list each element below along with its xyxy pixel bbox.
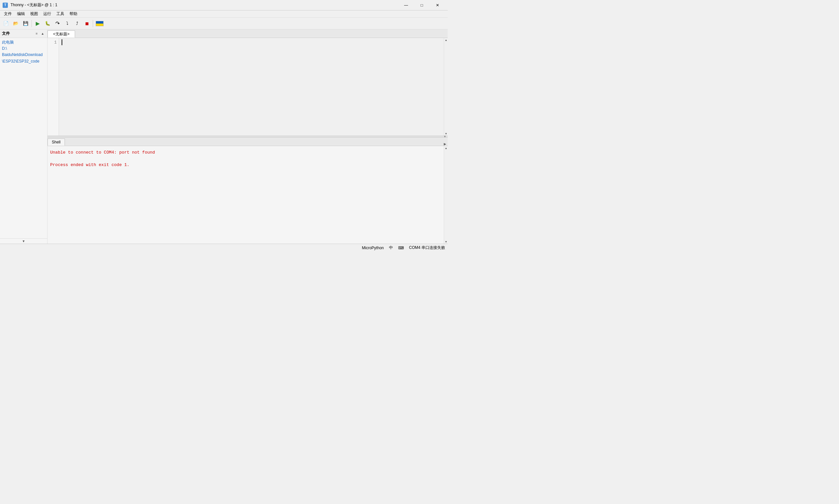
toolbar-sep-1 [32,20,32,27]
sidebar-path-baidu[interactable]: BaiduNetdiskDownload [2,52,45,58]
save-icon: 💾 [23,21,29,26]
editor-content: 1 ▲ ▼ [48,38,448,136]
extra-info-label: COM4 串口连接失败 [409,245,445,251]
maximize-button[interactable]: □ [414,0,429,11]
step-out-button[interactable]: ⤴ [72,19,82,28]
step-over-button[interactable]: ↷ [53,19,62,28]
sidebar-menu-icon[interactable]: ≡ [34,31,39,36]
menu-run[interactable]: 运行 [41,11,54,18]
shell-error-line-2: Process ended with exit code 1. [50,161,441,169]
micropython-label: MicroPython [362,246,384,250]
tab-shell[interactable]: Shell [48,139,65,146]
toolbar: 📄 📂 💾 ▶ 🐛 ↷ ⤵ ⤴ ⏹ [0,18,448,30]
main-content: 文件 ≡ ▲ 此电脑 D:\ BaiduNetdiskDownload \ESP… [0,30,448,244]
sidebar-path-drive[interactable]: D:\ [2,46,45,52]
menu-tools[interactable]: 工具 [54,11,67,18]
code-editor[interactable] [59,38,444,136]
debug-button[interactable]: 🐛 [43,19,52,28]
editor-scrollbar[interactable]: ▲ ▼ [444,38,448,136]
shell-scrollbar-track[interactable] [444,150,448,240]
window-title: Thonny - <无标题> @ 1 : 1 [11,2,57,8]
shell-area: Unable to connect to COM4: port not foun… [48,146,448,244]
close-button[interactable]: ✕ [430,0,445,11]
menu-file[interactable]: 文件 [1,11,14,18]
keyboard-status[interactable]: ⌨ [398,246,404,250]
sidebar-path-esp32[interactable]: \ESP32\ESP32_code [2,58,45,65]
sidebar-scroll-down-icon[interactable]: ▼ [0,239,47,244]
status-bar: MicroPython 中 ⌨ COM4 串口连接失败 [0,244,448,252]
new-button[interactable]: 📄 [1,19,11,28]
debug-icon: 🐛 [45,21,51,26]
sidebar-collapse-icon[interactable]: ▲ [40,31,45,36]
scrollbar-up-icon[interactable]: ▲ [444,38,448,42]
line-numbers: 1 [48,38,59,136]
sidebar: 文件 ≡ ▲ 此电脑 D:\ BaiduNetdiskDownload \ESP… [0,30,48,244]
shell-content[interactable]: Unable to connect to COM4: port not foun… [48,146,444,244]
sidebar-path-thispc[interactable]: 此电脑 [2,39,45,46]
shell-scrollbar-up-icon[interactable]: ▲ [444,146,448,150]
window-controls: — □ ✕ [399,0,445,11]
scrollbar-down-icon[interactable]: ▼ [444,132,448,136]
shell-error-line-1: Unable to connect to COM4: port not foun… [50,149,441,156]
stop-icon: ⏹ [85,21,89,26]
new-icon: 📄 [3,21,9,26]
stop-button[interactable]: ⏹ [82,19,91,28]
editor-tabs: <无标题> [48,30,448,38]
app-icon: T [3,3,8,8]
extra-info: COM4 串口连接失败 [409,245,445,251]
step-over-icon: ↷ [55,20,60,26]
run-button[interactable]: ▶ [33,19,42,28]
menu-view[interactable]: 视图 [28,11,41,18]
title-bar: T Thonny - <无标题> @ 1 : 1 — □ ✕ [0,0,448,11]
keyboard-icon: ⌨ [398,246,404,250]
save-button[interactable]: 💾 [21,19,30,28]
sidebar-bottom: ▼ [0,238,47,244]
shell-right-arrow-icon[interactable]: ▶ [444,142,447,146]
toolbar-sep-2 [93,20,93,27]
step-into-icon: ⤵ [66,21,69,26]
tab-untitled[interactable]: <无标题> [48,31,75,38]
sidebar-title: 文件 [2,31,10,36]
line-number-1: 1 [48,39,57,46]
sidebar-header: 文件 ≡ ▲ [0,30,47,38]
shell-tabs: Shell ▶ [48,138,448,146]
shell-scrollbar-down-icon[interactable]: ▼ [444,240,448,244]
language-label: 中 [389,245,393,251]
language-status[interactable]: 中 [389,245,393,251]
text-cursor [62,39,62,45]
run-icon: ▶ [36,20,40,26]
step-out-icon: ⤴ [76,21,78,26]
step-into-button[interactable]: ⤵ [63,19,72,28]
scrollbar-track[interactable] [444,42,448,132]
menu-edit[interactable]: 编辑 [14,11,28,18]
shell-scrollbar[interactable]: ▲ ▼ [444,146,448,244]
minimize-button[interactable]: — [399,0,414,11]
open-icon: 📂 [13,21,19,26]
menu-bar: 文件 编辑 视图 运行 工具 帮助 [0,11,448,18]
open-button[interactable]: 📂 [11,19,20,28]
micropython-status: MicroPython [362,246,384,250]
code-editor-wrapper [59,38,444,136]
menu-help[interactable]: 帮助 [67,11,80,18]
sidebar-file-tree: 此电脑 D:\ BaiduNetdiskDownload \ESP32\ESP3… [0,38,47,66]
ukraine-flag [96,21,104,26]
